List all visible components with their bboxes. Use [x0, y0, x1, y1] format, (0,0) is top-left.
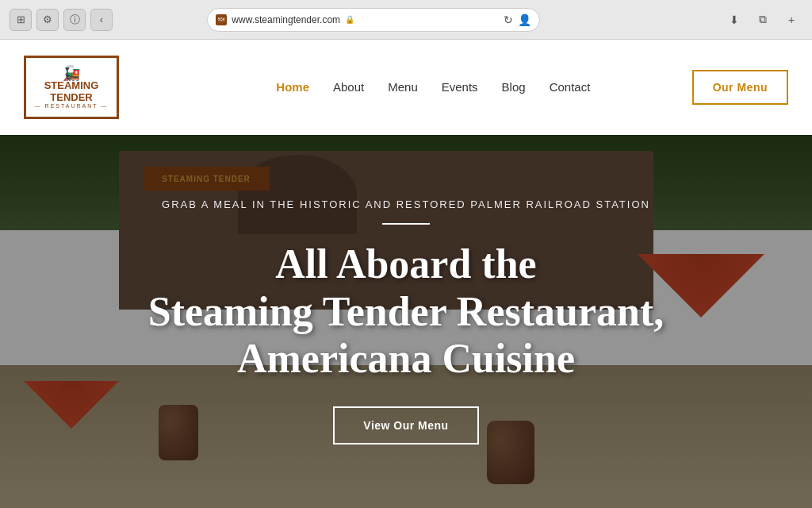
tabs-btn[interactable]: ⧉: [752, 9, 774, 31]
nav-item-about[interactable]: About: [333, 80, 364, 94]
info-btn[interactable]: ⓘ: [63, 9, 86, 31]
nav-link-about[interactable]: About: [333, 80, 364, 94]
hero-title-line3: Americana Cuisine: [237, 336, 575, 381]
hero-title: All Aboard the Steaming Tender Restauran…: [148, 241, 665, 383]
hero-divider: [382, 223, 430, 225]
hero-content: GRAB A MEAL IN THE HISTORIC AND RESTORED…: [132, 198, 680, 444]
logo-area: 🚂 STEAMINGTENDER — RESTAURANT —: [24, 56, 119, 119]
address-bar[interactable]: 🍽 www.steamingtender.com 🔒 ↻ 👤: [207, 8, 540, 32]
browser-chrome: ⊞ ⚙ ⓘ ‹ 🍽 www.steamingtender.com 🔒 ↻ 👤 ⬇…: [0, 0, 812, 40]
browser-nav-controls: ⊞ ⚙ ⓘ ‹: [10, 9, 113, 31]
sidebar-toggle-btn[interactable]: ⊞: [10, 9, 32, 31]
refresh-icon[interactable]: ↻: [504, 13, 513, 26]
hero-title-line2: Steaming Tender Restaurant,: [148, 289, 665, 334]
nav-item-blog[interactable]: Blog: [502, 80, 526, 94]
hero-cta-button[interactable]: View Our Menu: [333, 406, 478, 444]
url-text: www.steamingtender.com: [232, 14, 340, 25]
nav-item-events[interactable]: Events: [442, 80, 478, 94]
nav-link-menu[interactable]: Menu: [388, 80, 418, 94]
nav-links: Home About Menu Events Blog Contact: [174, 80, 692, 94]
nav-item-contact[interactable]: Contact: [550, 80, 591, 94]
logo-icon: 🚂: [63, 66, 80, 80]
nav-link-blog[interactable]: Blog: [502, 80, 526, 94]
new-tab-btn[interactable]: +: [780, 9, 802, 31]
security-lock-icon: 🔒: [345, 15, 354, 24]
hero-section: STEAMING TENDER GRAB A MEAL IN THE HISTO…: [0, 135, 812, 508]
logo-box: 🚂 STEAMINGTENDER — RESTAURANT —: [24, 56, 119, 119]
download-btn[interactable]: ⬇: [723, 9, 745, 31]
nav-item-home[interactable]: Home: [276, 80, 309, 94]
hero-title-line1: All Aboard the: [275, 241, 536, 287]
logo-main-text: STEAMINGTENDER: [44, 80, 99, 103]
profile-icon[interactable]: 👤: [518, 13, 531, 26]
hero-subtitle: GRAB A MEAL IN THE HISTORIC AND RESTORED…: [148, 198, 665, 210]
nav-link-contact[interactable]: Contact: [550, 80, 591, 94]
nav-item-menu[interactable]: Menu: [388, 80, 418, 94]
our-menu-button[interactable]: Our Menu: [692, 70, 788, 105]
website-content: 🚂 STEAMINGTENDER — RESTAURANT — Home Abo…: [0, 40, 812, 508]
navbar: 🚂 STEAMINGTENDER — RESTAURANT — Home Abo…: [0, 40, 812, 135]
settings-btn[interactable]: ⚙: [36, 9, 59, 31]
site-favicon: 🍽: [216, 14, 227, 25]
logo-sub-text: — RESTAURANT —: [35, 103, 109, 109]
back-btn[interactable]: ‹: [90, 9, 113, 31]
browser-right-controls: ⬇ ⧉ +: [723, 9, 802, 31]
nav-link-events[interactable]: Events: [442, 80, 478, 94]
nav-link-home[interactable]: Home: [276, 80, 309, 94]
